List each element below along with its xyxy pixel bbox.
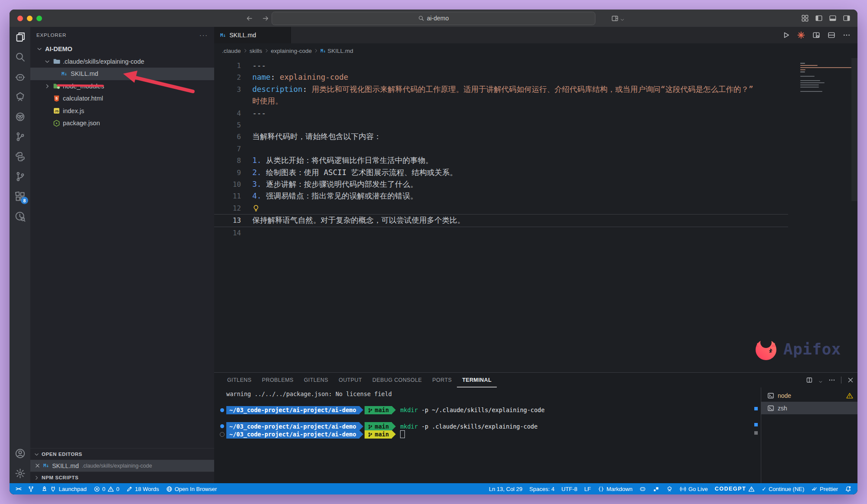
search-icon — [15, 52, 26, 62]
terminal-instance-zsh[interactable]: zsh — [761, 402, 857, 414]
breadcrumb-item[interactable]: explaining-code — [271, 48, 312, 54]
status-item-word-count[interactable]: 18 Words — [123, 483, 162, 494]
status-item-cursor-position[interactable]: Ln 13, Col 29 — [486, 483, 526, 494]
terminal-output[interactable]: warning ../../../package.json: No licens… — [214, 387, 752, 483]
sidebar-more-actions[interactable]: ··· — [199, 32, 208, 39]
status-item-problems[interactable]: 00 — [90, 483, 123, 494]
npm-scripts-header[interactable]: NPM SCRIPTS — [30, 472, 214, 483]
history-navigation — [246, 15, 269, 22]
activity-item-codegpt-knot[interactable] — [10, 87, 30, 107]
activity-item-source-control[interactable] — [10, 127, 30, 146]
folder-node-icon — [53, 82, 60, 90]
panel-tabs: GITLENSPROBLEMSGITLENSOUTPUTDEBUG CONSOL… — [222, 373, 497, 387]
activity-item-git-branch[interactable] — [10, 166, 30, 186]
code-line-7: 7 — [214, 143, 788, 155]
code-line-10: 103. 逐步讲解：按步骤说明代码内部发生了什么。 — [214, 179, 788, 190]
sparkle-icon[interactable] — [797, 31, 805, 39]
command-decoration[interactable] — [220, 424, 224, 428]
arrow-right-icon[interactable] — [262, 15, 269, 22]
lightbulb-icon[interactable] — [252, 204, 260, 211]
activity-item-gitlens-inspect[interactable] — [10, 206, 30, 226]
status-item-copilot[interactable] — [636, 483, 649, 494]
command-decoration[interactable] — [220, 432, 225, 437]
activity-item-settings-gear[interactable] — [10, 463, 30, 483]
status-item-codegpt[interactable]: CODEGPT — [711, 483, 758, 494]
open-editors-header[interactable]: OPEN EDITORS — [30, 449, 214, 460]
editor-scrollbar[interactable] — [851, 58, 857, 201]
status-item-eol[interactable]: LF — [581, 483, 594, 494]
close-window-button[interactable] — [17, 16, 23, 21]
panel-tab-debug-console[interactable]: DEBUG CONSOLE — [367, 373, 427, 387]
status-item-go-live[interactable]: Go Live — [676, 483, 711, 494]
account-icon — [15, 448, 26, 459]
toggle-secondary-sidebar-icon[interactable] — [843, 14, 851, 22]
status-item-language-mode[interactable]: Markdown — [594, 483, 636, 494]
code-line-4: 4--- — [214, 107, 788, 119]
panel-tab-output[interactable]: OUTPUT — [333, 373, 367, 387]
panel-tab-gitlens[interactable]: GITLENS — [222, 373, 257, 387]
more-actions-icon[interactable] — [828, 377, 835, 384]
toggle-sidebar-icon[interactable] — [815, 14, 823, 22]
tab-skill-md[interactable]: M↓ SKILL.md — [214, 27, 291, 43]
markdown-preview-icon[interactable] — [812, 31, 820, 39]
command-decoration[interactable] — [220, 408, 224, 412]
activity-item-account[interactable] — [10, 443, 30, 463]
tree-item-ai-demo[interactable]: AI-DEMO — [30, 43, 214, 55]
breadcrumb-item[interactable]: SKILL.md — [327, 48, 353, 54]
status-item-continue[interactable]: ✓Continue (NE) — [758, 483, 808, 494]
tree-item-index-js[interactable]: JSindex.js — [30, 105, 214, 117]
terminal-instance-node[interactable]: node — [761, 389, 857, 402]
status-item-prettier[interactable]: ✓✓Prettier — [808, 483, 841, 494]
panel-tab-ports[interactable]: PORTS — [427, 373, 457, 387]
tree-item-skill-md[interactable]: M↓SKILL.md — [30, 68, 214, 80]
status-item-extension-knot[interactable] — [663, 483, 676, 494]
more-actions-icon[interactable] — [843, 31, 851, 39]
status-item-indentation[interactable]: Spaces: 4 — [526, 483, 558, 494]
code-line-14: 14 — [214, 227, 788, 239]
run-icon[interactable] — [782, 31, 790, 39]
split-editor-icon[interactable] — [828, 31, 835, 39]
panel-tab-problems[interactable]: PROBLEMS — [257, 373, 299, 387]
status-item-remote[interactable]: >< — [12, 483, 24, 494]
open-editor-item[interactable]: M↓ SKILL.md .claude/skills/explaining-co… — [30, 460, 214, 471]
command-center-search[interactable]: ai-demo — [272, 12, 596, 25]
status-item-encoding[interactable]: UTF-8 — [558, 483, 581, 494]
toggle-panel-icon[interactable] — [829, 14, 837, 22]
minimap[interactable] — [800, 62, 851, 95]
chevron-down-icon[interactable] — [818, 378, 823, 382]
tree-item-calculator-html[interactable]: 5calculator.html — [30, 92, 214, 105]
status-item-notifications[interactable] — [841, 483, 855, 494]
panel-tab-terminal[interactable]: TERMINAL — [457, 373, 497, 387]
breadcrumb-item[interactable]: .claude — [222, 48, 241, 54]
zoom-window-button[interactable] — [36, 16, 42, 21]
editor-code-area[interactable]: 1---2name: explaining-code3description: … — [214, 58, 857, 372]
close-panel-icon[interactable] — [847, 377, 854, 384]
split-terminal-icon[interactable] — [806, 377, 813, 384]
status-item-launchpad[interactable]: Launchpad — [38, 483, 90, 494]
close-tab-icon[interactable] — [280, 33, 286, 38]
tree-item--claude-skills-explaining-code[interactable]: .claude/skills/explaining-code — [30, 55, 214, 68]
chevron-down-icon — [36, 46, 42, 52]
arrow-left-icon[interactable] — [246, 15, 253, 22]
panel-tab-gitlens[interactable]: GITLENS — [299, 373, 333, 387]
tree-item-label: .claude/skills/explaining-code — [63, 58, 144, 65]
status-item-extension-blocks[interactable] — [649, 483, 663, 494]
vscode-window: ai-demo 8 EXPLORER ··· AI-DEMO.claude/sk — [10, 10, 857, 494]
code-line-1: 1--- — [214, 60, 788, 72]
activity-item-search[interactable] — [10, 47, 30, 67]
activity-item-explorer-files[interactable] — [10, 27, 30, 47]
activity-item-python[interactable] — [10, 146, 30, 166]
activity-item-ai-robot[interactable] — [10, 67, 30, 87]
code-line-11: 114. 强调易错点：指出常见的误解或潜在的错误。 — [214, 190, 788, 202]
minimize-window-button[interactable] — [27, 16, 33, 21]
breadcrumb-item[interactable]: skills — [250, 48, 262, 54]
layout-switcher[interactable] — [611, 15, 625, 22]
activity-item-extensions[interactable]: 8 — [10, 186, 30, 206]
tree-item-node-modules[interactable]: node_modules — [30, 80, 214, 93]
status-item-source-control-compare[interactable] — [24, 483, 38, 494]
status-item-open-in-browser[interactable]: Open In Browser — [163, 483, 221, 494]
tree-item-package-json[interactable]: package.json — [30, 117, 214, 130]
close-icon[interactable] — [35, 463, 40, 468]
activity-item-monkey-extension[interactable] — [10, 107, 30, 127]
customize-layout-icon[interactable] — [801, 14, 809, 22]
